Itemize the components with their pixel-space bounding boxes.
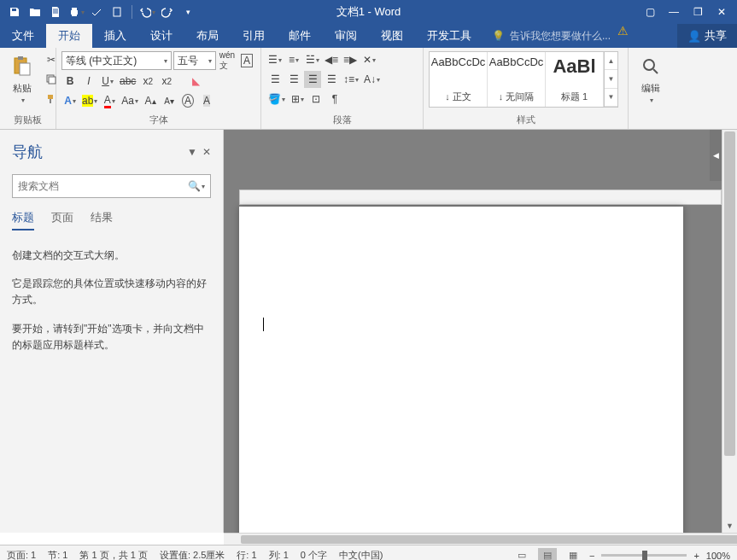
gallery-up-icon[interactable]: ▲ <box>605 52 617 70</box>
zoom-in-icon[interactable]: + <box>693 551 699 561</box>
hscroll-thumb[interactable] <box>241 535 737 544</box>
show-marks-button[interactable]: ¶ <box>326 90 343 108</box>
tab-home[interactable]: 开始 <box>46 24 92 48</box>
bullets-button[interactable]: ☰▾ <box>266 51 284 68</box>
paste-button[interactable]: 粘贴 ▾ <box>5 51 39 106</box>
nav-tab-headings[interactable]: 标题 <box>12 210 34 230</box>
asian-layout-button[interactable]: ✕▾ <box>360 51 377 68</box>
snap-grid-button[interactable]: ⊡ <box>307 90 325 108</box>
quick-print-icon[interactable]: ▾ <box>67 3 85 21</box>
tab-file[interactable]: 文件 <box>0 24 46 48</box>
align-left-button[interactable]: ☰ <box>266 71 284 88</box>
touch-mode-icon[interactable] <box>108 3 126 21</box>
superscript-button[interactable]: x2 <box>158 73 175 90</box>
scroll-thumb[interactable] <box>724 131 735 456</box>
numbering-button[interactable]: ≡▾ <box>285 51 302 68</box>
strikethrough-button[interactable]: abc <box>118 73 137 90</box>
undo-icon[interactable]: ▾ <box>137 3 156 21</box>
align-center-button[interactable]: ☰ <box>285 71 302 88</box>
clear-formatting-button[interactable]: ◣ <box>187 73 204 90</box>
italic-button[interactable]: I <box>80 73 97 90</box>
save-icon[interactable] <box>5 3 24 21</box>
tab-insert[interactable]: 插入 <box>92 24 138 48</box>
shrink-font-button[interactable]: A▾ <box>161 92 178 109</box>
character-border-button[interactable]: A <box>238 52 255 69</box>
horizontal-ruler[interactable] <box>239 190 722 205</box>
status-words[interactable]: 0 个字 <box>301 549 327 560</box>
tab-references[interactable]: 引用 <box>231 24 277 48</box>
find-button[interactable]: 编辑 ▾ <box>634 51 668 106</box>
redo-icon[interactable] <box>158 3 177 21</box>
status-position[interactable]: 设置值: 2.5厘米 <box>160 549 225 560</box>
character-shading-button[interactable]: A <box>198 92 215 109</box>
warning-icon[interactable]: ⚠ <box>617 24 629 48</box>
decrease-indent-button[interactable]: ◀≡ <box>323 51 340 68</box>
read-mode-icon[interactable]: ▭ <box>512 548 531 561</box>
nav-search-box[interactable]: 🔍▾ <box>12 174 211 198</box>
zoom-slider[interactable] <box>601 554 687 557</box>
grow-font-button[interactable]: A▴ <box>142 92 159 109</box>
line-spacing-button[interactable]: ↕≡▾ <box>342 71 360 88</box>
font-name-combo[interactable]: 等线 (中文正文)▾ <box>61 51 172 70</box>
increase-indent-button[interactable]: ≡▶ <box>342 51 359 68</box>
zoom-level[interactable]: 100% <box>706 551 730 561</box>
spelling-icon[interactable] <box>87 3 106 21</box>
tab-design[interactable]: 设计 <box>138 24 184 48</box>
qat-customize-icon[interactable]: ▾ <box>178 3 197 21</box>
style-normal[interactable]: AaBbCcDc ↓ 正文 <box>430 52 488 107</box>
status-line[interactable]: 行: 1 <box>237 549 256 560</box>
tab-layout[interactable]: 布局 <box>184 24 231 48</box>
style-no-spacing[interactable]: AaBbCcDc ↓ 无间隔 <box>488 52 546 107</box>
tab-mailings[interactable]: 邮件 <box>277 24 323 48</box>
text-effects-button[interactable]: A▾ <box>61 92 79 109</box>
tell-me-search[interactable]: 💡 告诉我您想要做什么... <box>483 24 611 48</box>
borders-button[interactable]: ⊞▾ <box>289 90 306 108</box>
phonetic-guide-button[interactable]: wén文 <box>218 52 237 69</box>
status-section[interactable]: 节: 1 <box>48 549 67 560</box>
change-case-button[interactable]: Aa▾ <box>120 92 140 109</box>
font-color-button[interactable]: A▾ <box>101 92 118 109</box>
align-justify-button[interactable]: ☰ <box>304 71 321 88</box>
print-layout-icon[interactable]: ▤ <box>538 548 557 561</box>
nav-tab-results[interactable]: 结果 <box>91 210 113 230</box>
highlight-button[interactable]: ab▾ <box>80 92 99 109</box>
align-distributed-button[interactable]: ☰ <box>323 71 340 88</box>
status-page[interactable]: 页面: 1 <box>7 549 36 560</box>
nav-close-icon[interactable]: ✕ <box>202 146 211 158</box>
nav-dropdown-icon[interactable]: ▼ <box>187 146 197 158</box>
shading-button[interactable]: 🪣▾ <box>266 90 287 108</box>
document-area[interactable]: ◀ ▲ ▼ <box>224 130 737 533</box>
underline-button[interactable]: U▾ <box>99 73 116 90</box>
font-size-combo[interactable]: 五号▾ <box>173 51 216 70</box>
zoom-slider-thumb[interactable] <box>642 551 647 560</box>
new-icon[interactable] <box>46 3 65 21</box>
nav-tab-pages[interactable]: 页面 <box>51 210 73 230</box>
tab-review[interactable]: 审阅 <box>323 24 369 48</box>
sort-button[interactable]: A↓▾ <box>362 71 382 88</box>
status-column[interactable]: 列: 1 <box>269 549 289 560</box>
multilevel-list-button[interactable]: ☱▾ <box>304 51 321 68</box>
open-icon[interactable] <box>26 3 44 21</box>
ruler-collapse-icon[interactable]: ◀ <box>710 130 722 181</box>
close-icon[interactable]: ✕ <box>711 3 732 21</box>
gallery-down-icon[interactable]: ▼ <box>605 70 617 88</box>
style-heading-1[interactable]: AaBl 标题 1 <box>546 52 604 107</box>
zoom-out-icon[interactable]: − <box>589 551 594 561</box>
status-pages[interactable]: 第 1 页，共 1 页 <box>79 549 147 560</box>
enclose-characters-button[interactable]: A <box>179 92 196 109</box>
subscript-button[interactable]: x2 <box>139 73 156 90</box>
status-language[interactable]: 中文(中国) <box>339 549 383 560</box>
vertical-scrollbar[interactable]: ▲ ▼ <box>722 130 737 533</box>
web-layout-icon[interactable]: ▦ <box>564 548 582 561</box>
share-button[interactable]: 👤 共享 <box>677 24 737 48</box>
ribbon-options-icon[interactable]: ▢ <box>640 3 660 21</box>
scroll-down-icon[interactable]: ▼ <box>722 519 737 533</box>
tab-developer[interactable]: 开发工具 <box>415 24 483 48</box>
minimize-icon[interactable]: — <box>664 3 684 21</box>
horizontal-scrollbar[interactable] <box>224 533 737 545</box>
restore-icon[interactable]: ❐ <box>687 3 708 21</box>
nav-search-input[interactable] <box>18 180 188 192</box>
bold-button[interactable]: B <box>61 73 79 90</box>
document-page[interactable] <box>239 207 683 533</box>
search-icon[interactable]: 🔍 <box>188 180 201 192</box>
